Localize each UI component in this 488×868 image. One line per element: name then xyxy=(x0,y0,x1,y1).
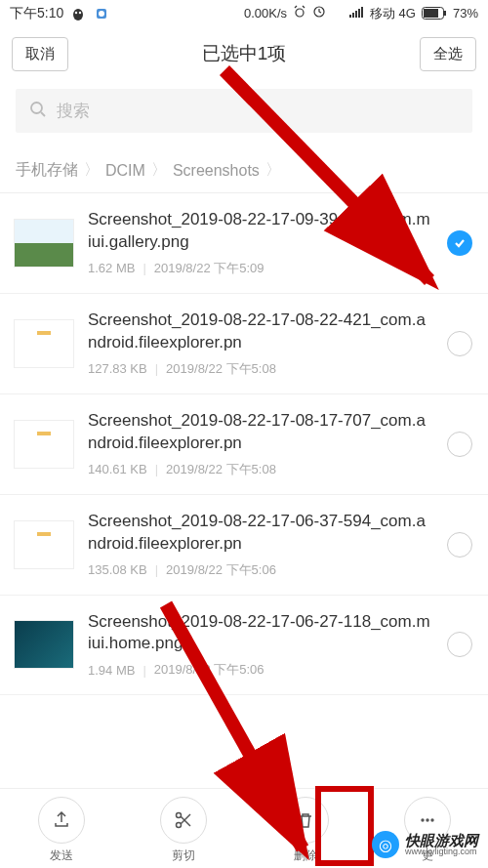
list-item[interactable]: Screenshot_2019-08-22-17-06-37-594_com.a… xyxy=(0,495,488,596)
checkbox-unchecked[interactable] xyxy=(447,632,472,657)
file-size: 1.62 MB xyxy=(88,261,135,275)
file-name: Screenshot_2019-08-22-17-08-22-421_com.a… xyxy=(88,310,433,354)
svg-rect-15 xyxy=(424,9,438,18)
search-placeholder: 搜索 xyxy=(57,100,90,122)
app-icon xyxy=(93,5,110,22)
svg-point-17 xyxy=(31,103,42,113)
svg-point-4 xyxy=(99,11,104,17)
search-icon xyxy=(29,101,47,122)
svg-line-22 xyxy=(181,814,190,824)
svg-rect-11 xyxy=(355,11,357,18)
file-date: 2019/8/22 下午5:08 xyxy=(166,461,276,478)
cancel-button[interactable]: 取消 xyxy=(12,37,68,71)
watermark-url: www.kyligting.com xyxy=(405,847,478,856)
svg-line-7 xyxy=(303,6,305,8)
svg-point-2 xyxy=(79,11,81,13)
svg-rect-13 xyxy=(361,7,363,18)
file-list: Screenshot_2019-08-22-17-09-39-608_com.m… xyxy=(0,193,488,695)
checkbox-unchecked[interactable] xyxy=(447,432,472,457)
chevron-right-icon: 〉 xyxy=(84,160,100,181)
svg-point-24 xyxy=(426,818,428,821)
file-name: Screenshot_2019-08-22-17-09-39-608_com.m… xyxy=(88,209,433,254)
file-date: 2019/8/22 下午5:06 xyxy=(154,661,264,679)
alarm-icon xyxy=(293,5,306,21)
status-netspeed: 0.00K/s xyxy=(244,6,287,21)
file-size: 127.83 KB xyxy=(88,361,147,376)
bottom-label: 发送 xyxy=(50,847,73,864)
checkbox-unchecked[interactable] xyxy=(447,331,472,356)
delete-button[interactable]: 删除 xyxy=(282,797,329,864)
checkbox-unchecked[interactable] xyxy=(447,532,472,558)
breadcrumb: 手机存储 〉 DCIM 〉 Screenshots 〉 xyxy=(0,146,488,193)
file-name: Screenshot_2019-08-22-17-06-27-118_com.m… xyxy=(88,611,433,656)
svg-point-23 xyxy=(421,818,424,821)
file-thumbnail xyxy=(14,520,74,569)
status-carrier: 移动 4G xyxy=(370,5,416,22)
select-all-button[interactable]: 全选 xyxy=(420,37,476,71)
list-item[interactable]: Screenshot_2019-08-22-17-06-27-118_com.m… xyxy=(0,596,488,696)
signal-icon xyxy=(349,6,364,21)
status-time: 下午5:10 xyxy=(10,5,63,22)
bottom-label: 删除 xyxy=(294,847,317,864)
svg-line-6 xyxy=(295,6,297,8)
file-name: Screenshot_2019-08-22-17-08-17-707_com.a… xyxy=(88,410,433,455)
file-date: 2019/8/22 下午5:09 xyxy=(154,260,264,277)
file-size: 140.61 KB xyxy=(88,462,147,476)
file-date: 2019/8/22 下午5:06 xyxy=(166,561,276,579)
nodata-icon xyxy=(332,5,344,21)
file-thumbnail xyxy=(14,219,74,268)
file-thumbnail xyxy=(14,620,74,669)
share-icon xyxy=(38,797,85,844)
file-thumbnail xyxy=(14,420,74,469)
trash-icon xyxy=(282,797,329,844)
send-button[interactable]: 发送 xyxy=(38,797,85,864)
scissors-icon xyxy=(160,797,207,844)
file-name: Screenshot_2019-08-22-17-06-37-594_com.a… xyxy=(88,511,433,556)
watermark-title: 快眼游戏网 xyxy=(405,833,478,847)
file-thumbnail xyxy=(14,319,74,368)
svg-rect-9 xyxy=(349,15,351,18)
battery-icon xyxy=(422,7,447,20)
svg-rect-12 xyxy=(358,9,360,18)
page-title: 已选中1项 xyxy=(202,41,287,66)
svg-line-18 xyxy=(41,112,45,116)
svg-point-5 xyxy=(296,9,304,17)
checkbox-checked[interactable] xyxy=(447,230,472,256)
file-size: 1.94 MB xyxy=(88,663,135,678)
status-battery: 73% xyxy=(453,6,478,21)
list-item[interactable]: Screenshot_2019-08-22-17-08-17-707_com.a… xyxy=(0,394,488,495)
file-size: 135.08 KB xyxy=(88,562,147,577)
clock-icon xyxy=(312,5,326,21)
breadcrumb-item[interactable]: 手机存储 xyxy=(16,160,78,181)
breadcrumb-item[interactable]: Screenshots xyxy=(173,162,260,180)
svg-rect-10 xyxy=(352,13,354,18)
search-input[interactable]: 搜索 xyxy=(16,89,472,133)
chevron-right-icon: 〉 xyxy=(151,160,167,181)
svg-line-21 xyxy=(181,816,190,826)
svg-point-25 xyxy=(430,818,433,821)
bottom-label: 剪切 xyxy=(172,847,195,864)
status-bar: 下午5:10 0.00K/s 移动 4G 73% xyxy=(0,0,488,26)
cut-button[interactable]: 剪切 xyxy=(160,797,207,864)
file-date: 2019/8/22 下午5:08 xyxy=(166,360,276,378)
svg-point-0 xyxy=(73,9,83,21)
list-item[interactable]: Screenshot_2019-08-22-17-09-39-608_com.m… xyxy=(0,193,488,294)
svg-point-1 xyxy=(75,11,77,13)
breadcrumb-item[interactable]: DCIM xyxy=(105,162,145,180)
svg-rect-16 xyxy=(444,11,446,16)
watermark: ◎ 快眼游戏网 www.kyligting.com xyxy=(372,831,478,858)
watermark-icon: ◎ xyxy=(372,831,399,858)
chevron-right-icon: 〉 xyxy=(265,160,281,181)
list-item[interactable]: Screenshot_2019-08-22-17-08-22-421_com.a… xyxy=(0,294,488,394)
header: 取消 已选中1项 全选 xyxy=(0,26,488,81)
qq-icon xyxy=(69,5,87,22)
